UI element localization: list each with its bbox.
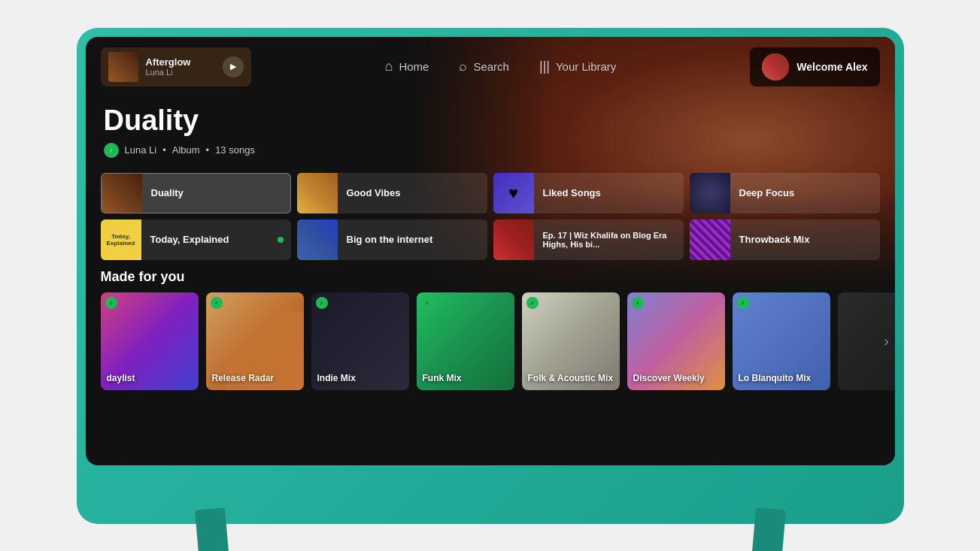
mfy-release-inner: ♪ Release Radar	[206, 292, 304, 390]
made-for-you-row: ♪ daylist ♪ Release Radar ♪ Indie Mix	[86, 292, 895, 390]
mfy-loblanquito-inner: ♪ Lo Blanquito Mix	[733, 292, 830, 390]
now-playing-artist: Luna Li	[146, 68, 215, 77]
mfy-loblanquito[interactable]: ♪ Lo Blanquito Mix	[733, 292, 830, 390]
pick-thumb-deepfocus	[690, 173, 730, 213]
tv-frame: Afterglow Luna Li ▶ ⌂ Home ⌕ Search	[77, 28, 904, 524]
mfy-folk-inner: ♪ Folk & Acoustic Mix	[522, 292, 620, 390]
pick-thumb-biginternet	[297, 219, 338, 260]
mfy-funk-label: Funk Mix	[423, 373, 462, 383]
play-button[interactable]: ▶	[223, 56, 244, 77]
pick-label-today: Today, Explained	[150, 234, 269, 245]
mfy-daylist-label: daylist	[107, 373, 135, 383]
now-playing-info: Afterglow Luna Li	[146, 56, 215, 77]
mfy-funk[interactable]: ♪ Funk Mix	[417, 292, 514, 390]
more-icon: ›	[884, 332, 889, 350]
quick-picks-grid: Duality Good Vibes ♥ Liked Songs Deep Fo…	[86, 173, 895, 260]
mfy-folk[interactable]: ♪ Folk & Acoustic Mix	[522, 292, 620, 390]
tv-stand-right	[751, 507, 786, 551]
pick-throwback[interactable]: Throwback Mix	[690, 219, 880, 260]
nav-center: ⌂ Home ⌕ Search ||| Your Library	[266, 59, 736, 74]
hero-type: Album	[172, 144, 200, 156]
nav-home[interactable]: ⌂ Home	[385, 59, 429, 74]
spotify-icon: ♪	[105, 297, 117, 309]
mfy-indie-inner: ♪ Indie Mix	[311, 292, 409, 390]
mfy-funk-inner: ♪ Funk Mix	[417, 292, 514, 390]
now-playing-title: Afterglow	[146, 56, 215, 68]
nav-search[interactable]: ⌕ Search	[459, 59, 509, 74]
pick-label-throwback: Throwback Mix	[739, 234, 880, 245]
mfy-loblanquito-label: Lo Blanquito Mix	[739, 373, 812, 383]
pick-today[interactable]: Today,Explained Today, Explained	[101, 219, 291, 260]
now-playing-thumbnail	[108, 52, 138, 82]
pick-label-deepfocus: Deep Focus	[739, 187, 880, 198]
tv-container: Afterglow Luna Li ▶ ⌂ Home ⌕ Search	[77, 28, 904, 524]
nav-library[interactable]: ||| Your Library	[539, 59, 616, 74]
user-name: Welcome Alex	[796, 61, 867, 73]
pick-thumb-wiz	[493, 219, 534, 260]
nav-search-label: Search	[473, 60, 509, 73]
hero-title: Duality	[104, 104, 877, 137]
pick-label-goodvibes: Good Vibes	[347, 187, 487, 198]
new-indicator-dot	[278, 237, 284, 243]
home-icon: ⌂	[385, 59, 393, 74]
hero-artist: Luna Li	[125, 144, 157, 156]
pick-label-liked: Liked Songs	[543, 187, 684, 198]
tv-stand-left	[195, 507, 229, 551]
pick-deepfocus[interactable]: Deep Focus	[690, 173, 880, 213]
pick-duality[interactable]: Duality	[101, 173, 291, 213]
pick-label-biginternet: Big on the internet	[347, 234, 487, 245]
pick-thumb-throwback	[690, 219, 730, 260]
spotify-icon-release: ♪	[211, 297, 223, 309]
user-avatar	[762, 53, 789, 80]
pick-liked[interactable]: ♥ Liked Songs	[493, 173, 684, 213]
spotify-icon-loblanquito: ♪	[737, 297, 749, 309]
mfy-discover[interactable]: ♪ Discover Weekly	[627, 292, 725, 390]
spotify-icon-folk: ♪	[526, 297, 539, 309]
pick-thumb-liked: ♥	[493, 173, 534, 213]
header: Afterglow Luna Li ▶ ⌂ Home ⌕ Search	[86, 37, 895, 97]
pick-thumb-duality	[102, 173, 142, 213]
library-icon: |||	[539, 59, 550, 74]
spotify-icon-indie: ♪	[316, 297, 328, 309]
hero-separator-1: •	[162, 144, 166, 156]
mfy-more[interactable]: ›	[838, 292, 895, 390]
hero-meta: ♪ Luna Li • Album • 13 songs	[104, 143, 877, 158]
now-playing-card[interactable]: Afterglow Luna Li ▶	[101, 47, 251, 86]
mfy-release-label: Release Radar	[212, 373, 275, 383]
made-for-you-title: Made for you	[86, 269, 895, 285]
mfy-daylist-inner: ♪ daylist	[101, 292, 199, 390]
mfy-indie-label: Indie Mix	[317, 373, 356, 383]
search-icon: ⌕	[459, 59, 467, 74]
nav-home-label: Home	[399, 60, 429, 73]
hero-separator-2: •	[206, 144, 210, 156]
mfy-discover-inner: ♪ Discover Weekly	[627, 292, 725, 390]
tv-screen: Afterglow Luna Li ▶ ⌂ Home ⌕ Search	[86, 37, 895, 465]
mfy-folk-label: Folk & Acoustic Mix	[528, 373, 614, 383]
pick-thumb-goodvibes	[297, 173, 338, 213]
mfy-daylist[interactable]: ♪ daylist	[101, 292, 199, 390]
user-greeting[interactable]: Welcome Alex	[750, 47, 879, 86]
pick-biginternet[interactable]: Big on the internet	[297, 219, 487, 260]
hero-songs: 13 songs	[215, 144, 255, 156]
mfy-discover-label: Discover Weekly	[633, 373, 705, 383]
pick-label-wiz: Ep. 17 | Wiz Khalifa on Blog Era Highs, …	[543, 231, 684, 249]
pick-thumb-today: Today,Explained	[101, 219, 141, 260]
spotify-icon-discover: ♪	[632, 297, 644, 309]
pick-wiz[interactable]: Ep. 17 | Wiz Khalifa on Blog Era Highs, …	[493, 219, 684, 260]
mfy-release[interactable]: ♪ Release Radar	[206, 292, 304, 390]
spotify-icon-funk: ♪	[421, 297, 433, 309]
artist-icon: ♪	[104, 143, 119, 158]
mfy-indie[interactable]: ♪ Indie Mix	[311, 292, 409, 390]
nav-library-label: Your Library	[556, 60, 616, 73]
pick-goodvibes[interactable]: Good Vibes	[297, 173, 487, 213]
pick-label-duality: Duality	[151, 187, 290, 198]
hero-section: Duality ♪ Luna Li • Album • 13 songs	[86, 97, 895, 173]
